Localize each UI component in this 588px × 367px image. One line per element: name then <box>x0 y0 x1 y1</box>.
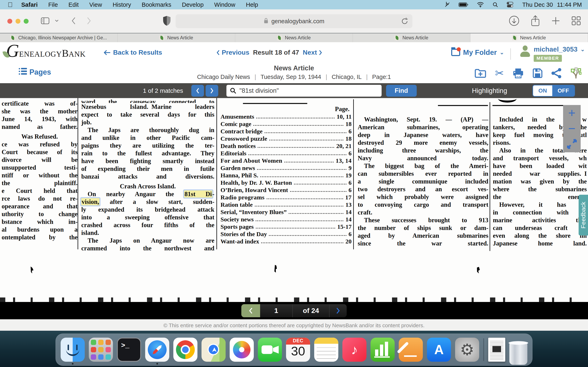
newsprint-line: marine activities that <box>493 216 587 224</box>
genealogybank-logo[interactable]: GENEALOGYBANK <box>6 43 86 59</box>
dock-system-preferences[interactable]: ⚙ <box>455 338 479 362</box>
next-page-button[interactable] <box>329 304 347 317</box>
close-window-button[interactable] <box>7 19 12 24</box>
tab-overview-icon[interactable] <box>571 16 581 26</box>
bluetooth-off-icon[interactable] <box>445 1 450 8</box>
dot-leader <box>256 118 335 118</box>
chevron-down-icon: ⌄ <box>500 49 504 56</box>
menu-item[interactable]: Develop <box>182 1 204 8</box>
menu-item[interactable]: History <box>113 1 131 8</box>
new-tab-icon[interactable] <box>551 16 560 26</box>
index-label: Health, by Dr. J. W. Barton <box>221 179 292 186</box>
dock-pages[interactable] <box>399 338 423 362</box>
print-icon[interactable] <box>512 68 524 78</box>
battery-icon[interactable] <box>458 2 468 7</box>
zoom-out-button[interactable]: − <box>568 123 576 134</box>
newsprint-line: crammed into the northwest and <box>81 244 214 252</box>
dock-numbers[interactable] <box>371 338 395 362</box>
highlighting-on-button[interactable]: ON <box>533 85 552 96</box>
browser-tab[interactable]: News Article <box>470 33 588 42</box>
browser-tab[interactable]: News Article <box>235 33 353 42</box>
dock-terminal[interactable]: >_ <box>117 338 141 362</box>
dock-music[interactable]: ♪ <box>342 338 366 362</box>
dock-chrome[interactable] <box>173 338 198 362</box>
previous-page-button[interactable] <box>241 304 260 317</box>
apple-menu-icon[interactable]:  <box>8 1 13 8</box>
dock-notes[interactable] <box>314 338 338 362</box>
previous-result-link[interactable]: Previous <box>216 49 249 56</box>
next-match-button[interactable] <box>206 85 218 97</box>
newsprint-line: Nzesebus Island. Marine leaders <box>81 103 214 111</box>
sidebar-chevron-icon[interactable] <box>55 19 59 23</box>
feedback-tab[interactable]: Feedback <box>579 195 588 235</box>
menu-item[interactable]: Bookmarks <box>142 1 171 8</box>
back-to-results-link[interactable]: Back to Results <box>104 49 162 56</box>
minimize-window-button[interactable] <box>16 19 20 24</box>
sidebar-icon[interactable] <box>41 17 49 25</box>
zoom-window-button[interactable] <box>24 19 29 24</box>
next-result-link[interactable]: Next <box>303 49 322 56</box>
newsprint-line: bstance which im- <box>2 218 78 226</box>
dock-maps[interactable] <box>201 338 226 362</box>
add-to-folder-icon[interactable] <box>475 68 486 78</box>
newsprint-line: The Japs on Angaur now are <box>81 237 214 244</box>
browser-tab[interactable]: News Article <box>353 33 470 42</box>
headline-rule <box>438 105 488 106</box>
downloads-icon[interactable] <box>509 16 519 27</box>
share-icon[interactable] <box>530 15 540 27</box>
dot-leader <box>285 162 334 162</box>
menu-clock[interactable]: Thu Dec 3011:44 PM <box>522 1 582 8</box>
dock-calendar[interactable]: DEC 30 <box>286 338 310 362</box>
fullscreen-expand-button[interactable] <box>567 139 577 150</box>
page-pagination: 1 of 24 <box>241 304 347 317</box>
scan-artifact <box>498 98 517 103</box>
wifi-icon[interactable] <box>477 2 484 7</box>
dock-app-store[interactable]: A <box>427 338 451 362</box>
share-article-icon[interactable] <box>551 68 562 78</box>
dock: >_ <box>56 334 532 366</box>
dock-facetime[interactable] <box>258 338 282 362</box>
dock-newspaper-document[interactable] <box>488 338 505 362</box>
dock-trash[interactable] <box>509 342 527 365</box>
dock-divider[interactable] <box>483 338 484 361</box>
zoom-in-button[interactable]: + <box>568 107 576 119</box>
clip-scissors-icon[interactable]: ✂ <box>495 67 504 79</box>
highlighting-off-button[interactable]: OFF <box>552 85 574 96</box>
control-center-icon[interactable] <box>507 2 514 8</box>
menu-item[interactable]: Edit <box>68 1 79 8</box>
current-page-number[interactable]: 1 <box>260 304 293 317</box>
menu-item[interactable]: File <box>48 1 58 8</box>
dot-leader <box>256 228 335 229</box>
menu-item[interactable]: Help <box>246 1 258 8</box>
menu-item[interactable]: Safari <box>21 1 38 8</box>
dock-launchpad[interactable] <box>89 338 113 362</box>
previous-match-button[interactable] <box>191 85 204 97</box>
dock-finder[interactable] <box>61 338 85 362</box>
find-button[interactable]: Find <box>386 85 417 97</box>
family-tree-icon[interactable] <box>571 67 581 79</box>
my-folder-button[interactable]: My Folder ⌄ <box>451 48 504 57</box>
newsprint-line: have been fighting smartly instead <box>81 157 214 165</box>
newsprint-line: can submersibles ever reported in <box>358 170 488 178</box>
back-icon[interactable] <box>71 17 76 26</box>
forward-icon[interactable] <box>86 17 91 26</box>
menu-item[interactable]: Window <box>214 1 235 8</box>
highlighting-toggle: ON OFF <box>532 85 575 97</box>
browser-tab[interactable]: News Article <box>118 33 235 42</box>
menu-item[interactable]: View <box>89 1 102 8</box>
newsprint-line: ontemplated by the <box>2 234 78 241</box>
site-favicon <box>277 35 282 40</box>
user-menu[interactable]: michael_3053⌄ MEMBER <box>520 45 585 62</box>
article-search-input[interactable]: "81st division" <box>226 85 381 97</box>
spotlight-icon[interactable] <box>493 2 498 8</box>
save-icon[interactable] <box>532 68 543 78</box>
dock-photos[interactable] <box>230 338 254 362</box>
privacy-shield-icon[interactable] <box>163 16 171 27</box>
address-bar[interactable]: genealogybank.com <box>176 14 412 28</box>
site-header: GENEALOGYBANK Back to Results Previous R… <box>0 42 588 64</box>
dock-safari[interactable] <box>145 338 169 362</box>
window-controls[interactable] <box>7 19 29 24</box>
dot-leader <box>267 198 343 199</box>
newsprint-line: the enemy. <box>493 193 587 201</box>
reload-icon[interactable] <box>401 17 408 27</box>
